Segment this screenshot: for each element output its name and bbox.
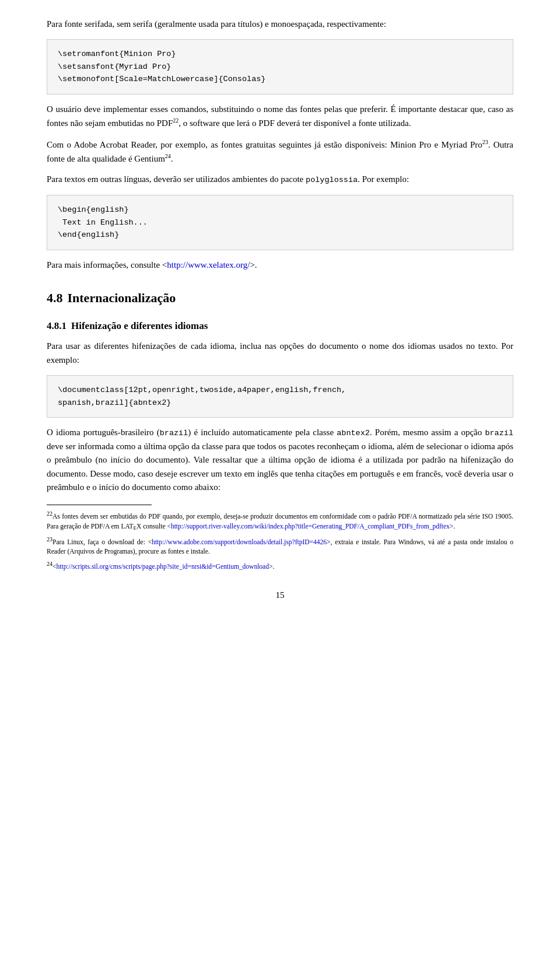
footnote-ref-23: 23 — [482, 139, 488, 145]
para-adobe: Com o Adobe Acrobat Reader, por exemplo,… — [47, 138, 513, 166]
para-hifenizacao: Para usar as diferentes hifenizações de … — [47, 340, 513, 367]
section-481-heading: 4.8.1Hifenização e diferentes idiomas — [47, 318, 513, 334]
para-mais-text: Para mais informações, consulte <http://… — [47, 260, 257, 270]
para-mais-info: Para mais informações, consulte <http://… — [47, 258, 513, 272]
section-481-num: 4.8.1 — [47, 320, 66, 331]
para-outras-linguas: Para textos em outras línguas, deverão s… — [47, 173, 513, 187]
para-implementar-text1: O usuário deve implementar esses comando… — [47, 104, 513, 128]
abntex2-inline: abntex2 — [337, 429, 370, 438]
footnote-ref-22: 22 — [173, 117, 178, 124]
footnote-22-num: 22 — [47, 510, 52, 517]
footnote-24-num: 24 — [47, 561, 52, 567]
section-48-num: 4.8 — [47, 290, 63, 305]
footnote-22-link[interactable]: http://support.river-valley.com/wiki/ind… — [171, 523, 450, 530]
para-implementar: O usuário deve implementar esses comando… — [47, 103, 513, 131]
footnote-24: 24<http://scripts.sil.org/cms/scripts/pa… — [47, 560, 513, 572]
brazil-inline-2: brazil — [485, 429, 513, 438]
para-adobe-text: Com o Adobe Acrobat Reader, por exemplo,… — [47, 140, 513, 163]
footnote-23-num: 23 — [47, 536, 52, 542]
section-481-title: Hifenização e diferentes idiomas — [71, 320, 208, 331]
section-48-title: Internacionalização — [68, 290, 176, 305]
para-outras-text: Para textos em outras línguas, deverão s… — [47, 174, 409, 184]
footnote-area: 22As fontes devem ser embutidas do PDF q… — [47, 510, 513, 571]
code-block-documentclass: \documentclass[12pt,openright,twoside,a4… — [47, 375, 513, 418]
page-number: 15 — [47, 589, 513, 602]
intro-paragraph: Para fonte serifada, sem serifa (geralme… — [47, 18, 513, 31]
polyglossia-inline: polyglossia — [306, 176, 358, 184]
footnote-ref-24: 24 — [165, 153, 171, 159]
footnote-23: 23Para Linux, faça o download de: <http:… — [47, 536, 513, 556]
footnote-24-link[interactable]: http://scripts.sil.org/cms/scripts/page.… — [57, 563, 269, 570]
xelatex-link[interactable]: http://www.xelatex.org/ — [167, 260, 250, 270]
footnote-divider — [47, 505, 152, 505]
code-block-english: \begin{english} Text in English... \end{… — [47, 195, 513, 250]
para-brazil: O idioma português-brasileiro (brazil) é… — [47, 426, 513, 494]
code-block-fonts: \setromanfont{Minion Pro} \setsansfont{M… — [47, 39, 513, 94]
section-48-heading: 4.8Internacionalização — [47, 288, 513, 308]
footnote-23-link[interactable]: http://www.adobe.com/support/downloads/d… — [152, 538, 327, 545]
page-content: Para fonte serifada, sem serifa (geralme… — [47, 18, 513, 603]
footnote-22: 22As fontes devem ser embutidas do PDF q… — [47, 510, 513, 532]
brazil-inline-1: brazil — [160, 429, 188, 438]
